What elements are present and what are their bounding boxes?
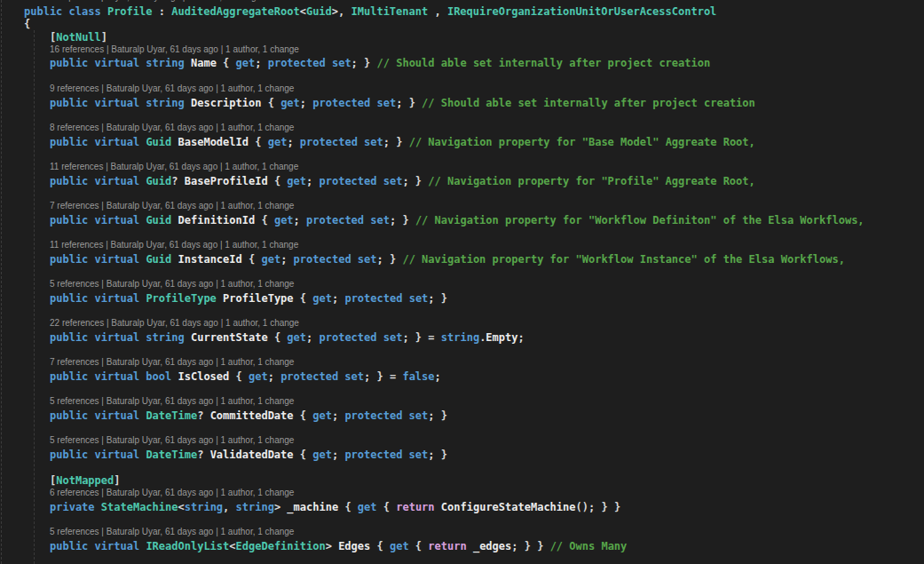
codelens-line[interactable]: 7 references | Baturalp Uyar, 61 days ag…: [0, 200, 865, 213]
token-ty: Profile: [107, 5, 153, 18]
token-pu: {: [217, 57, 236, 69]
codelens-text[interactable]: 22 references | Baturalp Uyar, 61 days a…: [50, 318, 299, 328]
token-pu: }: [441, 409, 447, 422]
blank-line: [0, 383, 865, 396]
token-pu: {: [338, 501, 358, 513]
codelens-text[interactable]: 6 references | Baturalp Uyar, 61 days ag…: [50, 488, 294, 497]
codelens-line[interactable]: 7 references | Baturalp Uyar, 61 days ag…: [0, 356, 865, 369]
token-kw: private: [50, 501, 101, 513]
token-cm: // Should able set internally after proj…: [422, 97, 755, 109]
token-pu: ?: [197, 449, 209, 461]
token-kw: get: [287, 331, 306, 344]
token-kw: public virtual: [50, 292, 146, 305]
code-line: {: [0, 17, 865, 30]
codelens-line[interactable]: 5 references | Baturalp Uyar, 61 days ag…: [0, 434, 865, 448]
token-pu: [171, 136, 178, 148]
token-pu: ?: [171, 175, 184, 187]
token-kw: protected set: [268, 57, 351, 69]
code-line: public virtual string Description { get;…: [0, 96, 865, 109]
code-line: public virtual DateTime? ValidatedDate {…: [0, 448, 865, 461]
token-pu: ;: [402, 175, 415, 187]
token-kw: get: [268, 136, 288, 148]
token-ty: DateTime: [146, 449, 197, 461]
token-ty: Guid: [146, 136, 171, 148]
token-kw: public virtual string: [50, 331, 191, 344]
token-kw: protected set: [344, 292, 428, 305]
token-ty: IRequireOrganizationUnitOrUserAcessContr…: [447, 5, 716, 18]
token-me: CommittedDate: [210, 409, 294, 422]
token-ty: Guid: [146, 214, 171, 226]
token-kw: get: [312, 292, 332, 305]
token-pu: ;: [428, 292, 440, 305]
attribute-line: [NotMapped]: [0, 473, 865, 487]
codelens-text[interactable]: 9 references | Baturalp Uyar, 61 days ag…: [50, 83, 294, 93]
token-pu: } =: [377, 370, 403, 383]
token-kw: public class: [24, 5, 107, 18]
token-pu: {: [268, 331, 288, 344]
codelens-text[interactable]: references | Baturalp Uyar, 61 days ago …: [24, 0, 261, 2]
codelens-text[interactable]: 5 references | Baturalp Uyar, 61 days ag…: [50, 527, 294, 536]
codelens-line[interactable]: 11 references | Baturalp Uyar, 61 days a…: [0, 239, 865, 252]
token-pu: ;: [280, 253, 293, 266]
token-me: Name: [191, 57, 217, 69]
token-kw: get: [274, 214, 294, 226]
token-pu: ;: [377, 253, 390, 266]
token-me: _machine: [287, 501, 338, 513]
code-editor[interactable]: references | Baturalp Uyar, 61 days ago …: [0, 0, 924, 564]
codelens-line[interactable]: 9 references | Baturalp Uyar, 61 days ag…: [0, 83, 865, 96]
codelens-line[interactable]: 6 references | Baturalp Uyar, 61 days ag…: [0, 487, 865, 500]
codelens-text[interactable]: 7 references | Baturalp Uyar, 61 days ag…: [50, 201, 294, 211]
token-pu: {: [242, 253, 262, 266]
codelens-text[interactable]: 7 references | Baturalp Uyar, 61 days ag…: [50, 357, 294, 367]
codelens-text[interactable]: 5 references | Baturalp Uyar, 61 days ag…: [50, 279, 294, 289]
token-pu: {: [255, 214, 274, 226]
token-ty: EdgeDefinition: [236, 540, 326, 552]
token-pu: ;: [294, 214, 306, 226]
token-kw: protected set: [280, 370, 364, 383]
attribute-line: [NotNull]: [0, 30, 865, 44]
codelens-line[interactable]: 5 references | Baturalp Uyar, 61 days ag…: [0, 395, 865, 409]
token-kw: get: [236, 57, 256, 69]
token-pu: <: [300, 5, 306, 18]
codelens-line[interactable]: 22 references | Baturalp Uyar, 61 days a…: [0, 317, 865, 330]
blank-line: [0, 513, 865, 527]
token-kw: string: [185, 501, 223, 513]
codelens-line[interactable]: 5 references | Baturalp Uyar, 61 days ag…: [0, 526, 865, 539]
codelens-text[interactable]: 11 references | Baturalp Uyar, 61 days a…: [50, 240, 298, 250]
token-me: Edges: [338, 540, 370, 552]
token-pu: ]: [101, 31, 107, 44]
token-pu: {: [261, 97, 280, 109]
token-pu: ;: [383, 136, 396, 148]
token-cm: // Navigation property for "Workflow Def…: [415, 214, 865, 226]
blank-line: [0, 305, 865, 318]
codelens-text[interactable]: 8 references | Baturalp Uyar, 61 days ag…: [50, 123, 294, 132]
codelens-line[interactable]: 16 references | Baturalp Uyar, 61 days a…: [0, 44, 865, 57]
code-line: public virtual DateTime? CommittedDate {…: [0, 409, 865, 422]
token-pu: ;: [390, 214, 402, 226]
token-ty: NotNull: [56, 31, 101, 44]
code-lines: references | Baturalp Uyar, 61 days ago …: [0, 0, 865, 552]
token-pu: ;: [332, 292, 344, 305]
codelens-text[interactable]: 5 references | Baturalp Uyar, 61 days ag…: [50, 435, 294, 445]
codelens-text[interactable]: 16 references | Baturalp Uyar, 61 days a…: [50, 44, 299, 54]
token-pu: {: [370, 540, 390, 552]
token-ty: Guid: [306, 5, 332, 18]
token-pu: ;: [351, 57, 364, 69]
codelens-line[interactable]: 8 references | Baturalp Uyar, 61 days ag…: [0, 122, 865, 135]
codelens-text[interactable]: 5 references | Baturalp Uyar, 61 days ag…: [50, 396, 294, 406]
token-me: IsClosed: [178, 370, 230, 383]
codelens-text[interactable]: 11 references | Baturalp Uyar, 61 days a…: [50, 162, 298, 171]
token-pu: }: [441, 292, 447, 305]
token-ty: NotMapped: [56, 474, 114, 487]
token-ty: Guid: [146, 175, 171, 187]
codelens-line[interactable]: 11 references | Baturalp Uyar, 61 days a…: [0, 161, 865, 174]
token-kw: get: [249, 370, 268, 383]
token-me: BaseProfileId: [185, 175, 268, 187]
code-line: public virtual Guid InstanceId { get; pr…: [0, 252, 865, 266]
code-line: public virtual string Name { get; protec…: [0, 56, 865, 69]
codelens-line[interactable]: 5 references | Baturalp Uyar, 61 days ag…: [0, 278, 865, 291]
token-kw: false: [402, 370, 434, 383]
token-me: Description: [191, 97, 261, 109]
token-pu: ?: [197, 409, 209, 422]
token-pu: [217, 292, 223, 305]
